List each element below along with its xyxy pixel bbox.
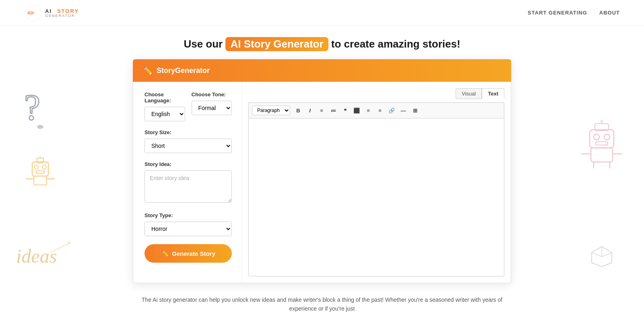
editor-textarea[interactable] (248, 118, 504, 276)
toolbar-italic-button[interactable]: I (305, 105, 315, 116)
panel-header: ✏️ StoryGenerator (133, 59, 511, 82)
svg-marker-30 (592, 247, 612, 267)
deco-robot-right (580, 118, 624, 170)
svg-point-5 (34, 165, 38, 169)
tone-group: Choose Tone: Formal Casual Humorous Seri… (192, 91, 232, 115)
navbar: ✏ AI STORY GENERATOR START GENERATING AB… (0, 0, 644, 26)
story-size-group: Story Size: Short Medium Long (144, 129, 232, 153)
nav-about[interactable]: ABOUT (599, 10, 620, 16)
toolbar-ul-button[interactable]: ≡ (316, 105, 327, 116)
svg-rect-9 (37, 158, 43, 163)
toolbar-table-button[interactable]: ⊞ (410, 105, 420, 116)
toolbar-quote-button[interactable]: ❝ (340, 105, 350, 116)
generate-label: Generate Story (172, 250, 215, 257)
svg-rect-22 (591, 148, 613, 162)
svg-point-3 (37, 125, 43, 129)
language-group: Choose Language: English Spanish French … (144, 91, 185, 121)
generate-icon: ✏️ (161, 250, 169, 257)
svg-point-19 (594, 134, 599, 140)
toolbar-bold-button[interactable]: B (293, 105, 303, 116)
svg-point-25 (601, 120, 603, 122)
story-size-select[interactable]: Short Medium Long (144, 139, 232, 153)
svg-rect-7 (36, 171, 44, 173)
tone-label: Choose Tone: (192, 91, 232, 97)
hero-highlight: AI Story Generator (225, 37, 328, 51)
form-column: Choose Language: English Spanish French … (133, 82, 242, 283)
editor-column: Visual Text Paragraph B I ≡ ≔ ❝ ⬛ ≡ (242, 82, 511, 283)
footer-text-content: The Ai story generator can help you unlo… (142, 297, 502, 312)
svg-marker-15 (68, 241, 70, 244)
toolbar-align-right-button[interactable]: ≡ (375, 105, 385, 116)
toolbar-link-button[interactable]: 🔗 (386, 105, 397, 116)
language-label: Choose Language: (144, 91, 185, 104)
logo-story: STORY (57, 8, 79, 14)
hero-suffix: to create amazing stories! (331, 38, 460, 50)
language-select[interactable]: English Spanish French German (144, 107, 185, 121)
deco-question-mark: ? (22, 87, 58, 132)
editor-toolbar: Paragraph B I ≡ ≔ ❝ ⬛ ≡ ≡ 🔗 — ⊞ (248, 102, 504, 118)
svg-rect-8 (34, 176, 47, 185)
panel-header-icon: ✏️ (142, 66, 153, 75)
logo-icon: ✏ (24, 4, 42, 22)
hero-prefix: Use our (184, 38, 225, 50)
svg-line-14 (50, 243, 70, 253)
hero-heading: Use our AI Story Generator to create ama… (0, 26, 644, 55)
toolbar-hr-button[interactable]: — (398, 105, 409, 116)
story-type-group: Story Type: Horror Romance Adventure Sci… (144, 212, 232, 236)
story-size-label: Story Size: (144, 129, 232, 135)
generate-story-button[interactable]: ✏️ Generate Story (144, 244, 232, 263)
svg-rect-18 (590, 130, 614, 148)
svg-point-6 (42, 165, 46, 169)
nav-links: START GENERATING ABOUT (528, 10, 620, 16)
panel-header-title: StoryGenerator (157, 66, 210, 75)
main-wrap: ? ideas (0, 59, 644, 283)
logo-generator: GENERATOR (45, 14, 79, 18)
deco-ideas: ideas (14, 236, 78, 278)
svg-text:✏: ✏ (27, 8, 35, 18)
deco-robot-left (24, 154, 56, 190)
logo-ai: AI (45, 8, 52, 14)
toolbar-paragraph-select[interactable]: Paragraph (252, 106, 290, 115)
footer-description: The Ai story generator can help you unlo… (121, 295, 523, 313)
story-idea-group: Story Idea: (144, 161, 232, 204)
svg-rect-21 (596, 142, 608, 145)
svg-line-33 (592, 253, 602, 257)
toolbar-align-center-button[interactable]: ≡ (363, 105, 374, 116)
panel-body: Choose Language: English Spanish French … (133, 82, 511, 283)
editor-tabs: Visual Text (248, 88, 504, 99)
story-idea-textarea[interactable] (144, 170, 232, 203)
tab-visual[interactable]: Visual (456, 88, 482, 99)
svg-line-32 (602, 253, 612, 257)
svg-text:?: ? (24, 87, 40, 127)
svg-rect-23 (595, 124, 609, 131)
svg-rect-4 (32, 162, 48, 176)
story-type-select[interactable]: Horror Romance Adventure Sci-Fi Fantasy … (144, 222, 232, 236)
panel-wrap: ✏️ StoryGenerator Choose Language: Engli… (133, 59, 511, 283)
logo: ✏ AI STORY GENERATOR (24, 4, 79, 22)
deco-cube (590, 245, 614, 269)
story-idea-label: Story Idea: (144, 161, 232, 167)
nav-start-generating[interactable]: START GENERATING (528, 10, 587, 16)
toolbar-align-left-button[interactable]: ⬛ (351, 105, 362, 116)
svg-text:ideas: ideas (16, 245, 57, 267)
story-generator-panel: ✏️ StoryGenerator Choose Language: Engli… (133, 59, 511, 283)
svg-point-20 (604, 134, 610, 140)
story-type-label: Story Type: (144, 212, 232, 218)
tone-select[interactable]: Formal Casual Humorous Serious (192, 101, 232, 115)
toolbar-ol-button[interactable]: ≔ (328, 105, 339, 116)
logo-text: AI STORY GENERATOR (45, 7, 79, 18)
tab-text[interactable]: Text (482, 88, 504, 99)
